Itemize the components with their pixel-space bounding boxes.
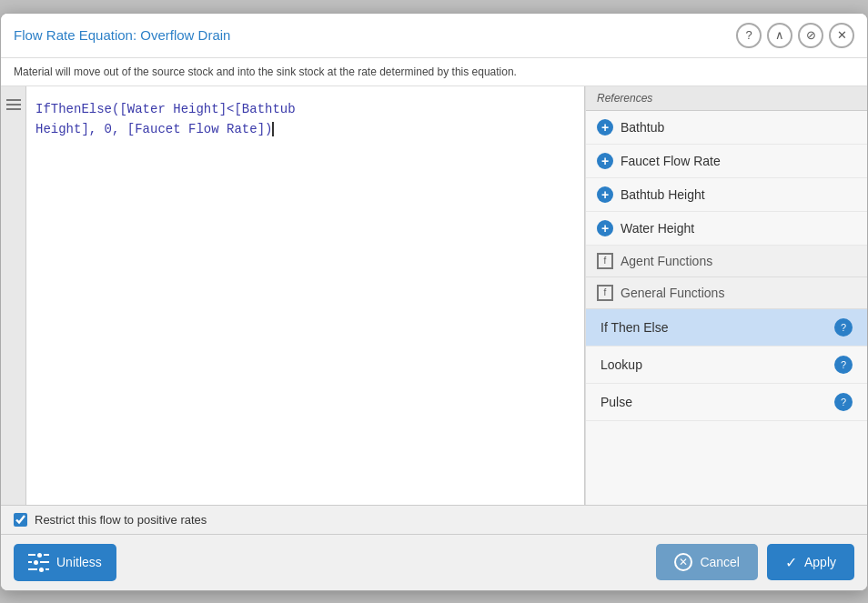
code-line-2: Height], 0, [Faucet Flow Rate]) xyxy=(35,119,575,139)
title-icons: ? ∧ ⊘ ✕ xyxy=(736,23,854,48)
plus-icon: + xyxy=(597,220,613,236)
sidebar-header: References xyxy=(586,86,867,111)
function-label: Lookup xyxy=(601,357,642,372)
general-functions-section[interactable]: f General Functions xyxy=(586,277,867,309)
plus-icon: + xyxy=(597,153,613,169)
bottom-bar: Restrict this flow to positive rates xyxy=(1,505,867,534)
checkbox-area: Restrict this flow to positive rates xyxy=(14,513,207,527)
editor-gutter xyxy=(1,86,26,505)
section-label: Agent Functions xyxy=(621,254,712,268)
dialog-title: Flow Rate Equation: Overflow Drain xyxy=(14,27,230,43)
cancel-label: Cancel xyxy=(700,555,740,569)
footer: Unitless ✕ Cancel ✓ Apply xyxy=(1,534,867,590)
sidebar-item-label: Bathtub xyxy=(621,120,664,135)
plus-icon: + xyxy=(597,186,613,203)
hamburger-icon xyxy=(6,99,21,110)
sidebar-item-bathtub[interactable]: + Bathtub xyxy=(586,111,867,145)
function-item-pulse[interactable]: Pulse ? xyxy=(586,384,867,421)
agent-functions-section[interactable]: f Agent Functions xyxy=(586,246,867,277)
collapse-button[interactable]: ∧ xyxy=(767,23,792,48)
function-item-lookup[interactable]: Lookup ? xyxy=(586,347,867,384)
disable-button[interactable]: ⊘ xyxy=(798,23,823,48)
positive-rates-checkbox[interactable] xyxy=(14,513,27,527)
sidebar-item-label: Faucet Flow Rate xyxy=(621,154,721,168)
title-bar: Flow Rate Equation: Overflow Drain ? ∧ ⊘… xyxy=(1,14,867,58)
checkbox-label: Restrict this flow to positive rates xyxy=(35,513,207,527)
main-content: IfThenElse([Water Height]<[Bathtub Heigh… xyxy=(1,86,867,505)
help-button[interactable]: ? xyxy=(736,23,762,48)
function-label: If Then Else xyxy=(601,320,668,335)
action-buttons: ✕ Cancel ✓ Apply xyxy=(656,544,854,580)
sidebar-item-bathtub-height[interactable]: + Bathtub Height xyxy=(586,178,867,212)
cancel-button[interactable]: ✕ Cancel xyxy=(656,544,758,580)
editor-panel[interactable]: IfThenElse([Water Height]<[Bathtub Heigh… xyxy=(1,86,585,505)
plus-icon: + xyxy=(597,119,613,136)
sidebar: References + Bathtub + Faucet Flow Rate … xyxy=(585,86,867,505)
cursor xyxy=(272,122,274,136)
bracket-icon: f xyxy=(597,285,613,301)
subtitle: Material will move out of the source sto… xyxy=(1,58,867,86)
bracket-icon: f xyxy=(597,253,613,269)
sidebar-item-label: Water Height xyxy=(621,221,694,236)
dialog: Flow Rate Equation: Overflow Drain ? ∧ ⊘… xyxy=(0,13,868,591)
sliders-icon xyxy=(28,553,49,572)
function-item-ifthenelse[interactable]: If Then Else ? xyxy=(586,309,867,347)
sidebar-item-label: Bathtub Height xyxy=(621,187,705,202)
unitless-label: Unitless xyxy=(56,555,102,569)
sidebar-item-water-height[interactable]: + Water Height xyxy=(586,212,867,246)
close-button[interactable]: ✕ xyxy=(829,23,854,48)
sidebar-item-faucet[interactable]: + Faucet Flow Rate xyxy=(586,145,867,178)
section-label: General Functions xyxy=(621,286,724,300)
unitless-button[interactable]: Unitless xyxy=(14,544,116,581)
checkmark-icon: ✓ xyxy=(785,554,797,571)
apply-label: Apply xyxy=(804,555,836,569)
function-help-icon[interactable]: ? xyxy=(834,318,853,337)
code-editor[interactable]: IfThenElse([Water Height]<[Bathtub Heigh… xyxy=(26,86,584,153)
function-help-icon[interactable]: ? xyxy=(834,356,853,374)
function-help-icon[interactable]: ? xyxy=(834,393,853,411)
cancel-icon: ✕ xyxy=(674,553,692,571)
function-label: Pulse xyxy=(601,395,632,409)
code-line-1: IfThenElse([Water Height]<[Bathtub xyxy=(35,99,575,119)
apply-button[interactable]: ✓ Apply xyxy=(767,544,854,580)
